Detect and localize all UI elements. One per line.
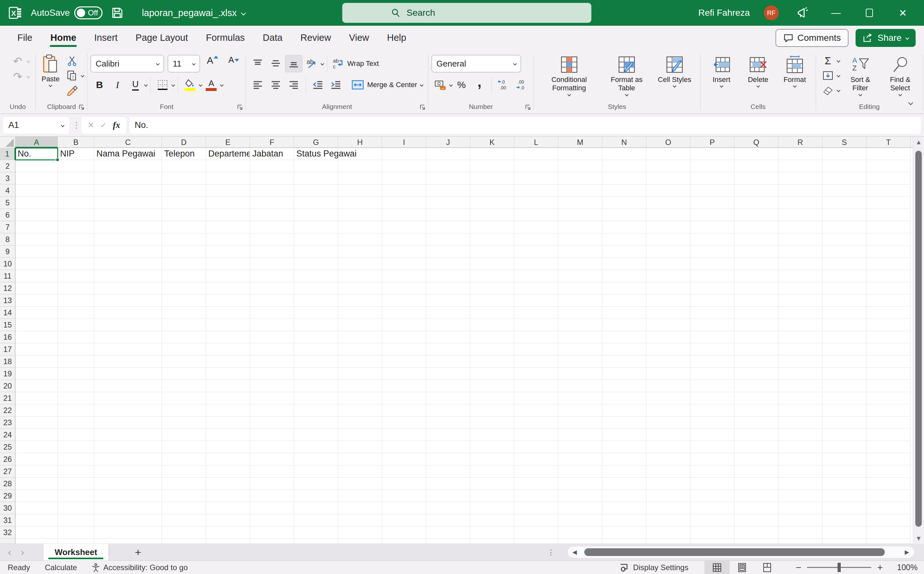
scroll-left-arrow-icon[interactable]: ◀ xyxy=(568,549,582,556)
percent-style-button[interactable]: % xyxy=(453,76,470,93)
tab-data[interactable]: Data xyxy=(255,29,291,46)
scroll-up-arrow-icon[interactable]: ▲ xyxy=(913,137,924,148)
cell-T12[interactable] xyxy=(866,282,910,294)
cell-F30[interactable] xyxy=(250,502,294,514)
cell-P21[interactable] xyxy=(691,392,735,404)
cell-K29[interactable] xyxy=(470,490,514,502)
middle-align-button[interactable] xyxy=(267,55,284,72)
cell-M24[interactable] xyxy=(558,429,602,441)
cell-F18[interactable] xyxy=(250,355,294,367)
cell-I18[interactable] xyxy=(382,355,426,367)
cell-F8[interactable] xyxy=(250,233,294,246)
autosave-control[interactable]: AutoSave Off xyxy=(31,6,102,19)
cell-C15[interactable] xyxy=(94,319,162,331)
cell-J2[interactable] xyxy=(426,160,470,172)
cell-E29[interactable] xyxy=(206,490,250,502)
cell-D22[interactable] xyxy=(162,404,206,416)
cell-O11[interactable] xyxy=(646,270,691,282)
cell-C25[interactable] xyxy=(94,441,162,453)
conditional-formatting-button[interactable]: Conditional Formatting xyxy=(537,54,601,96)
cell-B13[interactable] xyxy=(58,294,94,307)
cell-M3[interactable] xyxy=(558,172,602,184)
cell-I15[interactable] xyxy=(382,319,426,331)
cell-R26[interactable] xyxy=(778,453,822,465)
cell-G22[interactable] xyxy=(294,404,338,416)
decrease-indent-button[interactable] xyxy=(309,76,326,93)
cell-A1[interactable]: No. xyxy=(16,148,58,160)
cut-button[interactable] xyxy=(63,54,80,68)
cell-A4[interactable] xyxy=(16,184,58,197)
cell-R2[interactable] xyxy=(778,160,822,172)
cell-H30[interactable] xyxy=(338,502,382,514)
cell-L16[interactable] xyxy=(514,331,558,343)
cell-Q19[interactable] xyxy=(735,367,778,380)
cell-L9[interactable] xyxy=(514,246,558,258)
cell-H17[interactable] xyxy=(338,343,382,355)
row-header-5[interactable]: 5 xyxy=(0,197,16,209)
cell-K19[interactable] xyxy=(470,367,514,380)
cell-E25[interactable] xyxy=(206,441,250,453)
cell-S8[interactable] xyxy=(822,233,866,246)
cell-E8[interactable] xyxy=(206,233,250,246)
cell-H20[interactable] xyxy=(338,380,382,392)
cell-D6[interactable] xyxy=(162,209,206,221)
cell-R6[interactable] xyxy=(778,209,822,221)
cell-F10[interactable] xyxy=(250,258,294,270)
cell-N1[interactable] xyxy=(602,148,646,160)
cell-A30[interactable] xyxy=(16,502,58,514)
cell-L8[interactable] xyxy=(514,233,558,246)
cell-S1[interactable] xyxy=(822,148,866,160)
cell-T20[interactable] xyxy=(866,380,910,392)
cell-K10[interactable] xyxy=(470,258,514,270)
cell-T17[interactable] xyxy=(866,343,910,355)
row-header-13[interactable]: 13 xyxy=(0,294,16,307)
cell-C32[interactable] xyxy=(94,527,162,539)
cell-T4[interactable] xyxy=(866,184,910,197)
cell-L27[interactable] xyxy=(514,465,558,478)
cell-P11[interactable] xyxy=(691,270,735,282)
cell-O23[interactable] xyxy=(646,416,691,429)
cell-G17[interactable] xyxy=(294,343,338,355)
cell-A25[interactable] xyxy=(16,441,58,453)
cell-H31[interactable] xyxy=(338,514,382,527)
cell-I4[interactable] xyxy=(382,184,426,197)
cell-H15[interactable] xyxy=(338,319,382,331)
cell-G19[interactable] xyxy=(294,367,338,380)
cell-F26[interactable] xyxy=(250,453,294,465)
column-header-R[interactable]: R xyxy=(778,137,822,148)
cell-G23[interactable] xyxy=(294,416,338,429)
insert-cells-button[interactable]: Insert xyxy=(704,54,739,88)
cell-B2[interactable] xyxy=(58,160,94,172)
cell-N6[interactable] xyxy=(602,209,646,221)
autosave-toggle[interactable]: Off xyxy=(74,6,102,19)
cell-T23[interactable] xyxy=(866,416,910,429)
cell-C20[interactable] xyxy=(94,380,162,392)
row-header-29[interactable]: 29 xyxy=(0,490,16,502)
cell-R30[interactable] xyxy=(778,502,822,514)
cell-E1[interactable]: Departemen xyxy=(206,148,250,160)
cell-R31[interactable] xyxy=(778,514,822,527)
cell-Q28[interactable] xyxy=(735,478,778,490)
row-header-32[interactable]: 32 xyxy=(0,527,16,539)
cell-K16[interactable] xyxy=(470,331,514,343)
font-dialog-launcher[interactable] xyxy=(237,104,243,110)
cell-S24[interactable] xyxy=(822,429,866,441)
cell-G5[interactable] xyxy=(294,197,338,209)
cell-G16[interactable] xyxy=(294,331,338,343)
cell-A32[interactable] xyxy=(16,527,58,539)
cell-H26[interactable] xyxy=(338,453,382,465)
cell-N20[interactable] xyxy=(602,380,646,392)
cell-N27[interactable] xyxy=(602,465,646,478)
cell-M12[interactable] xyxy=(558,282,602,294)
cell-A18[interactable] xyxy=(16,355,58,367)
cell-C16[interactable] xyxy=(94,331,162,343)
cell-P32[interactable] xyxy=(691,527,735,539)
cell-B21[interactable] xyxy=(58,392,94,404)
cell-L3[interactable] xyxy=(514,172,558,184)
cell-M22[interactable] xyxy=(558,404,602,416)
cell-I24[interactable] xyxy=(382,429,426,441)
cell-M26[interactable] xyxy=(558,453,602,465)
cell-N5[interactable] xyxy=(602,197,646,209)
cell-A6[interactable] xyxy=(16,209,58,221)
cell-Q17[interactable] xyxy=(735,343,778,355)
